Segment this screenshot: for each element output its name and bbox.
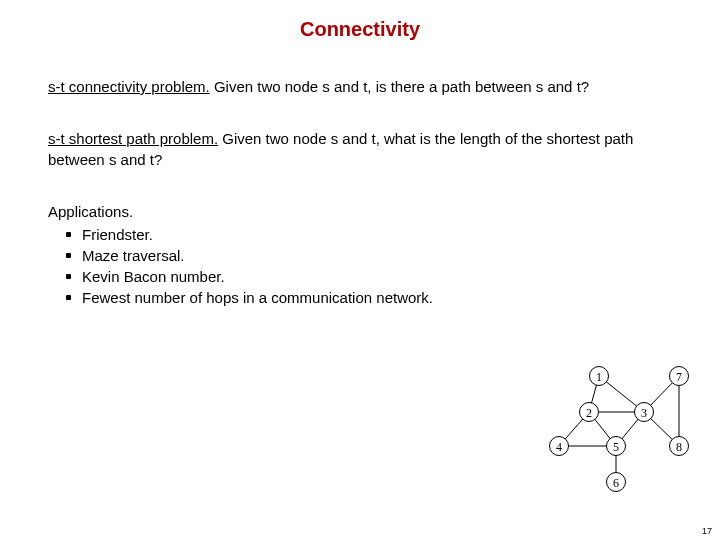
graph-node: 3 — [634, 402, 654, 422]
graph-figure: 1 2 3 4 5 6 7 8 — [544, 364, 694, 494]
text-connectivity: Given two node s and t, is there a path … — [210, 78, 589, 95]
list-item: Fewest number of hops in a communication… — [64, 287, 672, 308]
problem-shortest-path: s-t shortest path problem. Given two nod… — [48, 129, 672, 170]
slide: Connectivity s-t connectivity problem. G… — [0, 0, 720, 540]
applications-block: Applications. Friendster. Maze traversal… — [48, 202, 672, 308]
graph-node: 7 — [669, 366, 689, 386]
list-item: Kevin Bacon number. — [64, 266, 672, 287]
page-title: Connectivity — [48, 18, 672, 41]
term-shortest-path: s-t shortest path problem. — [48, 130, 218, 147]
list-item: Friendster. — [64, 224, 672, 245]
problem-connectivity: s-t connectivity problem. Given two node… — [48, 77, 672, 97]
graph-node: 6 — [606, 472, 626, 492]
graph-node: 5 — [606, 436, 626, 456]
graph-node: 1 — [589, 366, 609, 386]
applications-list: Friendster. Maze traversal. Kevin Bacon … — [64, 224, 672, 308]
list-item: Maze traversal. — [64, 245, 672, 266]
graph-node: 2 — [579, 402, 599, 422]
page-number: 17 — [702, 526, 712, 536]
applications-heading: Applications. — [48, 202, 672, 222]
graph-node: 4 — [549, 436, 569, 456]
graph-node: 8 — [669, 436, 689, 456]
term-connectivity: s-t connectivity problem. — [48, 78, 210, 95]
